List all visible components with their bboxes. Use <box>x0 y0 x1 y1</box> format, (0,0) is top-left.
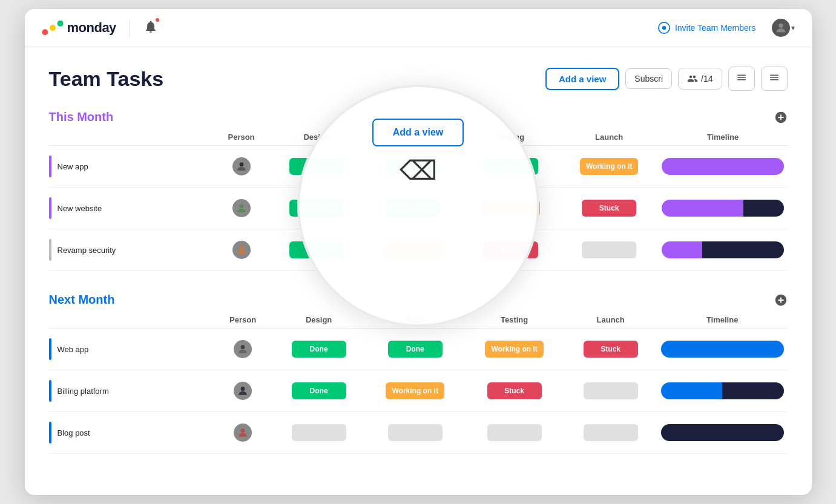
status-badge: Done <box>385 200 439 217</box>
person-cell <box>214 370 272 412</box>
status-badge: Done <box>289 241 344 258</box>
members-button[interactable]: /14 <box>678 68 722 90</box>
status-cell-testing[interactable] <box>465 412 564 454</box>
status-cell-testing[interactable]: Stuck <box>465 370 564 412</box>
row-stripe <box>49 239 51 261</box>
section-next-month: Next MonthPersonDesignR&DTestingLaunchTi… <box>49 293 788 454</box>
status-cell-rd[interactable] <box>366 412 465 454</box>
status-cell-rd[interactable]: Working on it <box>366 370 465 412</box>
status-cell-launch[interactable] <box>564 412 657 454</box>
activity-button[interactable] <box>728 67 755 91</box>
logo-divider <box>130 19 130 36</box>
status-badge: Done <box>292 341 346 358</box>
timeline-segment <box>722 382 783 399</box>
timeline-bar <box>662 200 783 217</box>
col-header-design: Design <box>272 312 366 329</box>
table-row: New app DoneDoneDoneWorking on it <box>49 146 788 188</box>
status-badge <box>292 424 346 441</box>
timeline-segment <box>662 158 783 175</box>
sections-container: This MonthPersonDesignR&DTestingLaunchTi… <box>49 110 788 454</box>
person-avatar <box>234 340 252 358</box>
col-header-timeline: Timeline <box>658 129 787 146</box>
timeline-cell <box>657 329 788 370</box>
main-content: Team Tasks Add a view Subscri /14 <box>25 47 812 495</box>
row-stripe <box>49 380 51 402</box>
add-row-button-this-month[interactable] <box>774 111 788 124</box>
invite-label: Invite Team Members <box>675 23 756 33</box>
timeline-bar <box>661 341 784 358</box>
task-name: New app <box>58 162 88 171</box>
status-cell-rd[interactable]: Done <box>363 188 462 229</box>
status-cell-rd[interactable]: Done <box>366 329 465 370</box>
svg-point-8 <box>241 345 245 349</box>
timeline-bar <box>661 382 784 399</box>
svg-point-2 <box>57 21 63 27</box>
col-header-launch: Launch <box>560 129 659 146</box>
timeline-bar <box>662 158 783 175</box>
person-cell <box>214 412 272 454</box>
task-name-cell: New website <box>49 188 212 229</box>
timeline-segment <box>662 200 743 217</box>
status-cell-design[interactable]: Done <box>271 229 363 271</box>
svg-point-10 <box>241 428 245 433</box>
col-header-r-d: R&D <box>366 312 465 329</box>
task-name-cell: Billing platform <box>49 370 214 412</box>
col-header-timeline: Timeline <box>657 312 788 329</box>
status-cell-launch[interactable]: Working on it <box>560 146 659 188</box>
status-cell-launch[interactable] <box>564 370 657 412</box>
status-cell-testing[interactable]: Working on it <box>461 188 560 229</box>
svg-point-5 <box>239 162 243 166</box>
menu-button[interactable] <box>761 67 788 91</box>
avatar-chevron[interactable]: ▾ <box>791 24 795 32</box>
status-badge <box>487 424 542 441</box>
status-cell-testing[interactable]: Done <box>461 146 560 188</box>
bell-icon-button[interactable] <box>143 19 158 36</box>
status-badge: Working on it <box>383 241 441 258</box>
user-avatar[interactable]: ▾ <box>771 18 795 38</box>
logo-text: monday <box>67 20 116 36</box>
notification-badge <box>154 17 160 23</box>
status-cell-testing[interactable]: Working on it <box>465 329 564 370</box>
person-cell <box>212 229 270 271</box>
person-avatar <box>234 382 252 400</box>
task-name: New website <box>58 204 102 213</box>
table-row: Billing platform DoneWorking on itStuck <box>49 370 788 412</box>
page-title: Team Tasks <box>49 67 164 91</box>
members-icon <box>687 73 698 84</box>
svg-point-1 <box>50 25 56 31</box>
row-stripe <box>49 197 51 219</box>
subscribe-button[interactable]: Subscri <box>625 68 672 89</box>
add-row-button-next-month[interactable] <box>774 293 788 307</box>
timeline-cell <box>658 188 787 229</box>
col-header-person: Person <box>214 312 272 329</box>
invite-team-button[interactable]: Invite Team Members <box>652 18 762 38</box>
person-avatar <box>232 199 251 217</box>
status-cell-design[interactable] <box>272 412 366 454</box>
row-stripe <box>49 338 51 360</box>
status-cell-rd[interactable]: Working on it <box>363 229 462 271</box>
status-cell-testing[interactable]: Stuck <box>461 229 560 271</box>
task-name: Billing platform <box>58 387 109 396</box>
status-badge: Done <box>289 200 344 217</box>
status-cell-design[interactable]: Done <box>271 188 363 229</box>
table-row: Web app DoneDoneWorking on itStuck <box>49 329 788 370</box>
timeline-segment <box>702 241 783 258</box>
status-cell-design[interactable]: Done <box>272 329 366 370</box>
avatar-circle <box>771 18 791 38</box>
status-cell-design[interactable]: Done <box>272 370 366 412</box>
status-badge: Stuck <box>487 382 542 399</box>
status-cell-launch[interactable]: Stuck <box>560 188 659 229</box>
logo: monday <box>42 19 116 36</box>
person-cell <box>212 188 270 229</box>
status-cell-rd[interactable]: Done <box>363 146 462 188</box>
status-cell-design[interactable]: Done <box>271 146 363 188</box>
status-cell-launch[interactable]: Stuck <box>564 329 657 370</box>
status-badge: Working on it <box>580 158 638 175</box>
timeline-bar <box>662 241 783 258</box>
timeline-segment <box>661 424 784 441</box>
add-view-button[interactable]: Add a view <box>545 68 619 90</box>
status-badge <box>584 382 638 399</box>
status-badge <box>388 424 443 441</box>
status-cell-launch[interactable] <box>560 229 659 271</box>
spotlight-add-view-button[interactable]: Add a view <box>372 119 464 146</box>
